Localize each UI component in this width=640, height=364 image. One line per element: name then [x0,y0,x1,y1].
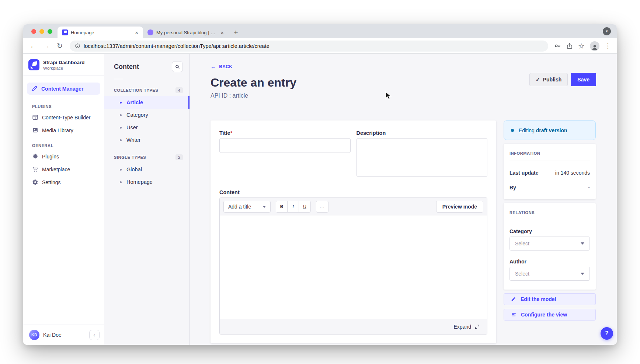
image-icon [32,127,38,133]
tab-search-button[interactable]: ▼ [603,27,611,35]
address-bar[interactable]: localhost:1337/admin/content-manager/col… [70,41,548,52]
subnav-item-writer[interactable]: Writer [104,134,189,146]
sidebar-item-label: Plugins [42,154,59,160]
editor-toolbar: Add a title B I U ... Preview mode [220,198,487,216]
tab-close-icon[interactable]: × [219,29,225,36]
puzzle-icon [32,153,38,160]
help-button[interactable]: ? [601,327,613,340]
subnav-item-global[interactable]: Global [104,163,189,176]
chevron-down-icon [581,273,584,275]
subnav-item-label: Category [126,112,148,118]
tab-strapi-blog[interactable]: My personal Strapi blog | Strap × [143,27,229,38]
category-select[interactable]: Select [509,237,590,251]
new-tab-button[interactable]: + [229,27,243,38]
bookmark-star-icon[interactable]: ☆ [578,42,585,50]
sidebar-item-plugins[interactable]: Plugins [23,150,104,163]
editor-body[interactable] [220,216,487,319]
edit-model-button[interactable]: Edit the model [504,293,596,305]
info-value: in 140 seconds [555,170,590,176]
underline-button[interactable]: U [299,201,310,212]
sidebar-item-label: Media Library [42,127,73,133]
info-value: - [588,185,590,190]
publish-button[interactable]: ✓ Publish [529,73,568,86]
description-field-label: Description [356,130,488,136]
sidebar-item-marketplace[interactable]: Marketplace [23,163,104,176]
browser-toolbar: ← → ↻ localhost:1337/admin/content-manag… [23,38,617,54]
subnav-item-article[interactable]: Article [104,96,189,109]
title-input[interactable] [219,138,351,153]
bullet-icon [120,139,122,141]
tab-close-icon[interactable]: × [134,29,139,36]
subnav-item-category[interactable]: Category [104,109,189,121]
select-placeholder: Select [515,271,529,277]
share-icon[interactable] [566,42,573,49]
site-info-icon[interactable] [75,43,80,49]
window-controls [23,24,58,38]
search-icon [175,64,180,69]
edit-model-label: Edit the model [521,296,556,302]
password-key-icon[interactable] [554,42,561,49]
workspace-switcher[interactable]: Strapi Dashboard Workplace [23,54,104,76]
sidebar-item-settings[interactable]: Settings [23,176,104,189]
header-actions: ✓ Publish Save [529,73,596,86]
close-window-button[interactable] [31,29,36,34]
entry-form-card: Title* Description Content [211,120,496,343]
sidebar-section-general: GENERAL [23,137,104,150]
minimize-window-button[interactable] [39,29,44,34]
subnav-item-homepage[interactable]: Homepage [104,176,189,188]
sidebar-item-content-type-builder[interactable]: Content-Type Builder [23,111,104,124]
strapi-admin-app: Strapi Dashboard Workplace Content Manag… [23,54,617,345]
author-select[interactable]: Select [509,267,590,281]
browser-menu-icon[interactable]: ⋮ [605,42,611,50]
preview-mode-button[interactable]: Preview mode [436,201,483,213]
info-label: Last update [509,170,539,176]
draft-notice-text: Editing draft version [519,127,567,133]
save-button[interactable]: Save [571,73,596,86]
expand-label[interactable]: Expand [454,324,471,330]
chrome-profile-avatar[interactable] [590,41,599,51]
url-text: localhost:1337/admin/content-manager/col… [84,43,269,49]
collapse-sidebar-button[interactable]: ‹ [89,330,100,340]
author-field-label: Author [509,259,590,265]
check-icon: ✓ [536,77,540,83]
italic-button[interactable]: I [288,201,299,212]
content-subnav: Content COLLECTION TYPES 4 Article [104,54,190,345]
select-placeholder: Select [515,241,529,246]
relations-card: RELATIONS Category Select Author Select [504,203,596,290]
heading-select[interactable]: Add a title [223,201,271,213]
back-link[interactable]: ← BACK [211,63,232,70]
expand-icon[interactable] [474,324,480,329]
chevron-down-icon [263,206,266,208]
information-heading: INFORMATION [509,151,590,155]
save-label: Save [577,77,589,83]
zoom-window-button[interactable] [48,29,52,34]
subnav-title: Content [114,63,139,71]
more-formats-button[interactable]: ... [316,201,328,213]
gear-icon [32,179,38,185]
search-button[interactable] [172,61,183,72]
configure-view-button[interactable]: Configure the view [504,309,596,321]
subnav-item-label: Global [126,167,142,172]
label-text: Title [219,130,230,136]
sidebar-item-media-library[interactable]: Media Library [23,124,104,137]
bullet-icon [120,169,122,171]
configure-lines-icon [511,312,516,317]
browser-window: Homepage × My personal Strapi blog | Str… [23,24,617,345]
chevron-down-icon [581,242,584,245]
active-indicator [188,96,189,109]
browser-forward-button[interactable]: → [41,41,52,52]
bold-button[interactable]: B [276,201,288,212]
tab-homepage[interactable]: Homepage × [58,27,143,38]
entry-side-panel: Editing draft version INFORMATION Last u… [504,120,596,321]
sidebar-item-label: Marketplace [42,167,70,172]
subnav-item-user[interactable]: User [104,121,189,134]
description-textarea[interactable] [356,138,488,177]
browser-reload-button[interactable]: ↻ [54,41,65,52]
user-avatar[interactable]: KD [29,330,39,340]
sidebar-item-content-manager[interactable]: Content Manager [27,83,100,95]
required-asterisk: * [230,130,233,136]
pen-icon [31,85,38,92]
browser-back-button[interactable]: ← [28,41,39,52]
format-button-group: B I U [276,201,311,213]
main-content: ← BACK Create an entry API ID : article … [190,54,617,345]
